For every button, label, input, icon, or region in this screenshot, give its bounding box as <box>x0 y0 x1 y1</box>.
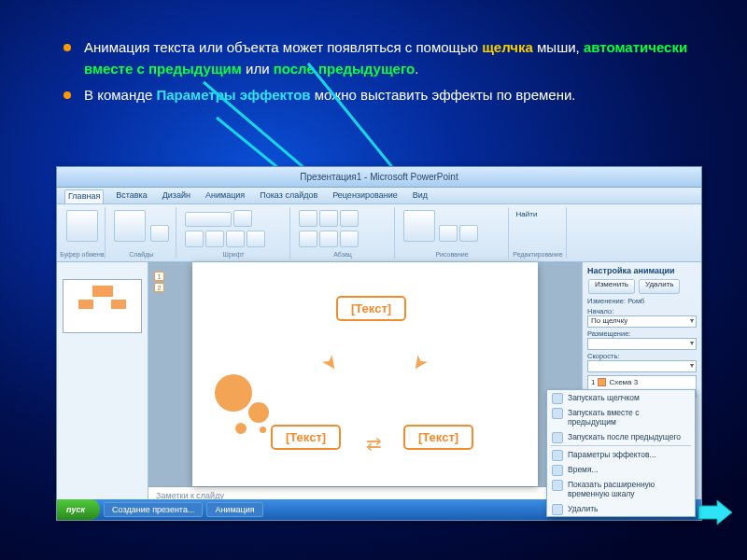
effect-num: 1 <box>591 378 595 386</box>
slide-bullets: Анимация текста или объекта может появля… <box>0 0 747 106</box>
start-combo[interactable]: По щелчку <box>587 315 697 328</box>
arrange-button[interactable] <box>439 225 458 242</box>
menu-separator <box>551 445 691 446</box>
tab-home[interactable]: Главная <box>64 189 104 203</box>
animation-tags: 1 2 <box>154 272 164 292</box>
bold-button[interactable] <box>185 231 204 247</box>
arrow-icon: ⇄ <box>366 432 382 455</box>
smartart-node-right[interactable]: [Текст] <box>403 425 473 450</box>
slide-thumbnails-panel <box>57 262 148 503</box>
menu-remove[interactable]: Удалить <box>547 501 695 516</box>
menu-start-afterprev[interactable]: Запускать после предыдущего <box>547 429 695 444</box>
font-size[interactable] <box>233 210 252 227</box>
anim-tag-1[interactable]: 1 <box>154 272 164 281</box>
chunk-editing: Найти <box>511 207 567 259</box>
taskbar-item[interactable]: Создание презента... <box>104 502 203 517</box>
underline-button[interactable] <box>226 231 245 247</box>
tab-insert[interactable]: Вставка <box>113 189 149 203</box>
arrow-icon: ➤ <box>317 350 345 376</box>
italic-button[interactable] <box>205 231 224 247</box>
bullets-button[interactable] <box>299 210 317 227</box>
start-label: Начало: <box>587 307 697 315</box>
bullet-2: В команде Параметры эффектов можно выста… <box>84 85 691 106</box>
menu-start-onclick[interactable]: Запускать щелчком <box>547 390 695 405</box>
bullet-1: Анимация текста или объекта может появля… <box>84 37 691 79</box>
modification-label: Изменение: Ромб <box>587 297 697 305</box>
indent-button[interactable] <box>340 210 359 227</box>
property-label: Размещение: <box>587 329 697 338</box>
highlight-after-prev: после предыдущего <box>274 61 415 77</box>
text: . <box>415 61 418 77</box>
effect-context-menu: Запускать щелчком Запускать вместе с пре… <box>546 389 696 517</box>
paste-button[interactable] <box>66 210 98 242</box>
fill-button[interactable] <box>459 225 478 242</box>
tab-view[interactable]: Вид <box>410 189 430 203</box>
ribbon: Найти <box>57 204 701 262</box>
next-slide-button[interactable] <box>697 498 734 526</box>
find-button[interactable]: Найти <box>516 210 538 218</box>
window-title: Презентация1 - Microsoft PowerPoint <box>300 172 458 182</box>
numbering-button[interactable] <box>319 210 338 227</box>
property-combo[interactable] <box>587 338 697 350</box>
anim-tag-2[interactable]: 2 <box>154 283 164 292</box>
align-left[interactable] <box>299 231 317 247</box>
animation-pane-header: Настройка анимации <box>587 266 697 275</box>
text: Анимация текста или объекта может появля… <box>84 39 482 55</box>
smartart-node-top[interactable]: [Текст] <box>336 296 406 321</box>
menu-start-withprev[interactable]: Запускать вместе с предыдущим <box>547 405 695 429</box>
chunk-paragraph <box>292 207 395 259</box>
chunk-font <box>178 207 290 259</box>
align-right[interactable] <box>340 231 359 247</box>
ribbon-tabs: Главная Вставка Дизайн Анимация Показ сл… <box>57 188 701 204</box>
font-combo[interactable] <box>185 212 232 227</box>
effect-icon <box>598 378 606 386</box>
powerpoint-screenshot: Презентация1 - Microsoft PowerPoint Глав… <box>56 166 702 521</box>
tab-animation[interactable]: Анимация <box>203 189 247 203</box>
chunk-drawing <box>397 207 509 259</box>
window-titlebar: Презентация1 - Microsoft PowerPoint <box>57 167 701 188</box>
highlight-effect-params: Параметры эффектов <box>156 87 310 103</box>
new-slide-button[interactable] <box>114 210 146 242</box>
speed-label: Скорость: <box>587 352 697 360</box>
color-button[interactable] <box>247 231 265 247</box>
text: можно выставить эффекты по времени. <box>311 87 576 103</box>
text: мыши, <box>533 39 584 55</box>
start-button[interactable]: пуск <box>57 499 100 520</box>
smartart-diagram: [Текст] [Текст] [Текст] ➤ ➤ ⇄ <box>192 262 538 486</box>
menu-timeline[interactable]: Показать расширенную временную шкалу <box>547 477 695 501</box>
slide-thumbnail-1[interactable] <box>63 279 142 333</box>
tab-review[interactable]: Рецензирование <box>330 189 401 203</box>
effect-item[interactable]: 1 Схема 3 <box>591 378 693 386</box>
text: В команде <box>84 87 156 103</box>
shapes-button[interactable] <box>403 210 435 242</box>
chunk-slides <box>107 207 176 259</box>
layout-button[interactable] <box>150 225 169 242</box>
slide-canvas-area: 1 2 [Текст] [Текст] [Текст] ➤ ➤ ⇄ <box>148 262 582 503</box>
tab-design[interactable]: Дизайн <box>160 189 193 203</box>
taskbar-item[interactable]: Анимация <box>206 502 262 517</box>
highlight-click: щелчка <box>482 39 533 55</box>
tab-slideshow[interactable]: Показ слайдов <box>257 189 320 203</box>
slide-surface[interactable]: [Текст] [Текст] [Текст] ➤ ➤ ⇄ <box>192 262 538 486</box>
menu-timing[interactable]: Время... <box>547 462 695 477</box>
arrow-icon: ➤ <box>405 350 432 376</box>
text: или <box>242 61 274 77</box>
remove-effect-button[interactable]: Удалить <box>639 279 680 294</box>
effect-name: Схема 3 <box>609 378 638 386</box>
menu-effect-params[interactable]: Параметры эффектов... <box>547 447 695 462</box>
speed-combo[interactable] <box>587 360 697 372</box>
smartart-node-left[interactable]: [Текст] <box>271 425 341 450</box>
align-center[interactable] <box>319 231 338 247</box>
chunk-clipboard <box>60 207 106 259</box>
change-effect-button[interactable]: Изменить <box>588 279 635 294</box>
